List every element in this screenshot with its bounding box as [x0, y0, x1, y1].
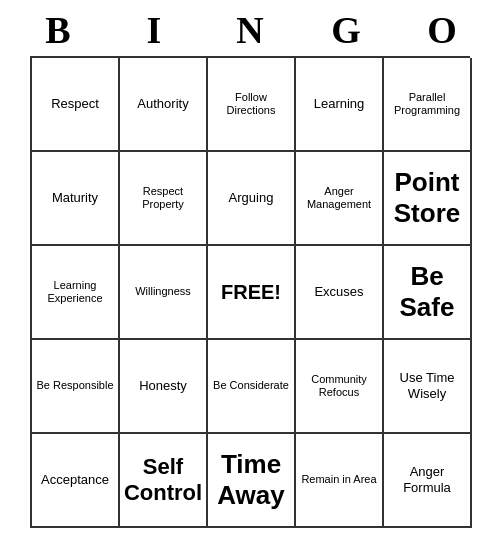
bingo-cell-5: Maturity — [32, 152, 120, 246]
bingo-cell-6: Respect Property — [120, 152, 208, 246]
bingo-cell-3: Learning — [296, 58, 384, 152]
bingo-cell-8: Anger Management — [296, 152, 384, 246]
letter-o: O — [398, 8, 486, 52]
bingo-header: B I N G O — [10, 8, 490, 52]
bingo-cell-9: Point Store — [384, 152, 472, 246]
bingo-cell-7: Arguing — [208, 152, 296, 246]
letter-g: G — [302, 8, 390, 52]
bingo-cell-21: Self Control — [120, 434, 208, 528]
bingo-cell-22: Time Away — [208, 434, 296, 528]
bingo-cell-23: Remain in Area — [296, 434, 384, 528]
bingo-cell-0: Respect — [32, 58, 120, 152]
bingo-cell-16: Honesty — [120, 340, 208, 434]
bingo-cell-13: Excuses — [296, 246, 384, 340]
bingo-cell-20: Acceptance — [32, 434, 120, 528]
letter-n: N — [206, 8, 294, 52]
letter-b: B — [14, 8, 102, 52]
bingo-cell-19: Use Time Wisely — [384, 340, 472, 434]
bingo-grid: RespectAuthorityFollow DirectionsLearnin… — [30, 56, 470, 528]
bingo-cell-4: Parallel Programming — [384, 58, 472, 152]
bingo-cell-1: Authority — [120, 58, 208, 152]
bingo-cell-10: Learning Experience — [32, 246, 120, 340]
bingo-cell-17: Be Considerate — [208, 340, 296, 434]
bingo-cell-24: Anger Formula — [384, 434, 472, 528]
bingo-cell-11: Willingness — [120, 246, 208, 340]
bingo-cell-14: Be Safe — [384, 246, 472, 340]
bingo-cell-15: Be Responsible — [32, 340, 120, 434]
bingo-cell-12: FREE! — [208, 246, 296, 340]
letter-i: I — [110, 8, 198, 52]
bingo-cell-18: Community Refocus — [296, 340, 384, 434]
bingo-cell-2: Follow Directions — [208, 58, 296, 152]
